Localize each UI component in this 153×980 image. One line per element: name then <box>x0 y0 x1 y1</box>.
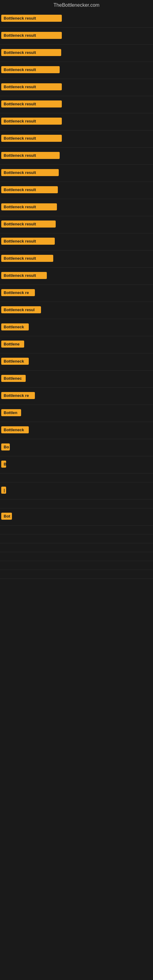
bar-row: Bot <box>0 508 153 525</box>
bar-row: Bottleneck result <box>0 268 153 285</box>
bar-row <box>0 474 153 482</box>
bar-row: Bottleneck result <box>0 45 153 62</box>
bottleneck-result-bar[interactable]: B <box>1 461 6 468</box>
bar-row: Bottleneck <box>0 319 153 336</box>
bottleneck-result-bar[interactable]: Bottleneck <box>1 323 29 331</box>
bottleneck-result-bar[interactable]: Bottleneck <box>1 358 29 365</box>
bar-row <box>0 543 153 552</box>
bar-row: Bottleneck resul <box>0 302 153 319</box>
bar-row: Bottleneck result <box>0 182 153 199</box>
bar-row <box>0 535 153 543</box>
bar-row: Bottlenec <box>0 371 153 388</box>
bottleneck-result-bar[interactable]: Bottleneck re <box>1 392 35 399</box>
bottleneck-result-bar[interactable]: Bottleneck <box>1 426 29 433</box>
bottleneck-result-bar[interactable]: Bottleneck re <box>1 289 35 296</box>
bar-row <box>0 570 153 579</box>
bar-row: Bottleneck result <box>0 62 153 79</box>
bottleneck-result-bar[interactable]: Bottleneck result <box>1 66 60 73</box>
bottleneck-result-bar[interactable]: Bottleneck result <box>1 255 53 262</box>
bottleneck-result-bar[interactable]: Bottleneck result <box>1 135 62 142</box>
bottleneck-result-bar[interactable]: Bottleneck result <box>1 100 62 108</box>
bottleneck-result-bar[interactable]: Bottleneck result <box>1 118 62 125</box>
bar-row <box>0 525 153 535</box>
bottleneck-result-bar[interactable]: Bottleneck result <box>1 238 55 245</box>
bar-row: Bottleneck result <box>0 148 153 165</box>
bottleneck-result-bar[interactable]: Bottleneck result <box>1 32 62 39</box>
bar-row: Bottleneck result <box>0 79 153 96</box>
bottleneck-result-bar[interactable]: Bottleneck result <box>1 49 61 56</box>
bottleneck-result-bar[interactable]: Bottleneck result <box>1 15 62 22</box>
bar-row: Bottleneck result <box>0 250 153 268</box>
bar-row: | <box>0 482 153 500</box>
bottleneck-result-bar[interactable]: Bottlene <box>1 340 24 348</box>
bottleneck-result-bar[interactable]: Bot <box>1 513 12 520</box>
bar-row: Bottleneck result <box>0 27 153 45</box>
bar-row: Bottleneck re <box>0 388 153 405</box>
bar-row: Bottleneck result <box>0 130 153 148</box>
bar-row <box>0 500 153 508</box>
bottleneck-result-bar[interactable]: Bottlen <box>1 409 21 416</box>
bar-row: Bottleneck result <box>0 96 153 113</box>
bar-row <box>0 561 153 570</box>
bottleneck-result-bar[interactable]: Bottleneck result <box>1 221 56 228</box>
bottleneck-result-bar[interactable]: Bottleneck resul <box>1 306 41 313</box>
bottleneck-result-bar[interactable]: Bottleneck result <box>1 83 62 90</box>
bottleneck-result-bar[interactable]: Bottleneck result <box>1 186 58 193</box>
bottleneck-result-bar[interactable]: Bottleneck result <box>1 272 47 279</box>
bar-row: Bottlene <box>0 336 153 353</box>
bottleneck-result-bar[interactable]: Bottleneck result <box>1 204 57 210</box>
site-title: TheBottlenecker.com <box>0 0 153 10</box>
bar-row: Bottleneck result <box>0 216 153 233</box>
bar-row: Bottlen <box>0 405 153 422</box>
bar-row: Bottleneck result <box>0 10 153 27</box>
bar-row <box>0 552 153 561</box>
bottleneck-result-bar[interactable]: Bottleneck result <box>1 169 59 176</box>
bar-row: Bottleneck <box>0 353 153 371</box>
bottleneck-result-bar[interactable]: Bo <box>1 444 10 450</box>
bar-row: Bottleneck result <box>0 199 153 216</box>
bottleneck-result-bar[interactable]: Bottleneck result <box>1 152 60 159</box>
bar-row: Bottleneck <box>0 422 153 439</box>
bar-row: Bo <box>0 439 153 456</box>
bottleneck-result-bar[interactable]: Bottlenec <box>1 375 26 382</box>
bar-row: Bottleneck result <box>0 165 153 182</box>
bar-row: Bottleneck re <box>0 285 153 302</box>
bottleneck-result-bar[interactable]: | <box>1 487 6 494</box>
bar-row: B <box>0 456 153 474</box>
bar-row: Bottleneck result <box>0 233 153 250</box>
bar-row: Bottleneck result <box>0 113 153 130</box>
